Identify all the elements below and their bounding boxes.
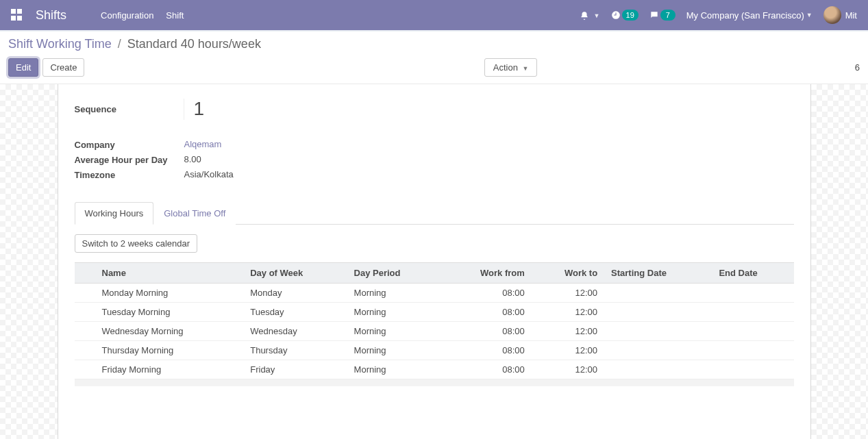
breadcrumb: Shift Working Time / Standard 40 hours/w… (8, 37, 860, 51)
cell-start (604, 340, 712, 360)
working-hours-table: Name Day of Week Day Period Work from Wo… (75, 262, 794, 379)
cell-to: 12:00 (532, 321, 604, 340)
cell-dow: Wednesday (243, 321, 347, 340)
create-button[interactable]: Create (42, 58, 84, 77)
table-row[interactable]: Thursday MorningThursdayMorning08:0012:0… (75, 340, 794, 360)
col-name[interactable]: Name (95, 262, 244, 283)
messaging-count: 7 (660, 10, 675, 21)
cell-name: Friday Morning (95, 360, 244, 379)
cell-start (604, 302, 712, 321)
cell-period: Morning (347, 321, 441, 340)
username: Mit (845, 10, 857, 21)
col-handle (75, 262, 95, 283)
cell-to: 12:00 (532, 302, 604, 321)
drag-handle[interactable] (75, 340, 95, 360)
sequence-value: 1 (184, 98, 205, 120)
drag-handle[interactable] (75, 321, 95, 340)
drag-handle[interactable] (75, 360, 95, 379)
cell-from: 08:00 (441, 283, 532, 302)
chevron-down-icon: ▼ (806, 12, 813, 18)
switch-weeks-button[interactable]: Switch to 2 weeks calendar (75, 234, 198, 253)
notifications-icon[interactable]: ▼ (580, 10, 600, 21)
avg-hour-value: 8.00 (184, 154, 201, 166)
sheet-background: Sequence 1 Company Alqemam Average Hour … (0, 84, 868, 439)
timezone-value: Asia/Kolkata (184, 169, 234, 181)
cell-dow: Thursday (243, 340, 347, 360)
cell-from: 08:00 (441, 340, 532, 360)
cell-to: 12:00 (532, 360, 604, 379)
chevron-down-icon: ▼ (523, 65, 529, 72)
table-row[interactable]: Wednesday MorningWednesdayMorning08:0012… (75, 321, 794, 340)
control-panel: Shift Working Time / Standard 40 hours/w… (0, 32, 868, 84)
table-row[interactable]: Tuesday MorningTuesdayMorning08:0012:00 (75, 302, 794, 321)
cell-from: 08:00 (441, 360, 532, 379)
brand[interactable]: Shifts (36, 8, 66, 23)
cell-end (712, 321, 793, 340)
tab-working-hours[interactable]: Working Hours (75, 202, 154, 225)
drag-handle[interactable] (75, 302, 95, 321)
cell-dow: Tuesday (243, 302, 347, 321)
col-to[interactable]: Work to (532, 262, 604, 283)
table-footer (75, 379, 794, 386)
breadcrumb-parent[interactable]: Shift Working Time (8, 37, 112, 51)
nav-link-configuration[interactable]: Configuration (101, 10, 153, 21)
apps-icon[interactable] (11, 9, 23, 21)
company-field-label: Company (75, 139, 184, 151)
messaging-badge[interactable]: 7 (649, 10, 675, 21)
tab-pane-working-hours: Switch to 2 weeks calendar Name Day of W… (75, 225, 794, 386)
timezone-label: Timezone (75, 169, 184, 181)
cell-start (604, 283, 712, 302)
topbar: Shifts Configuration Shift ▼ 19 7 My Com… (0, 0, 868, 30)
cell-period: Morning (347, 340, 441, 360)
toolbar: Edit Create Action ▼ 6 (8, 58, 860, 77)
cell-dow: Friday (243, 360, 347, 379)
cell-dow: Monday (243, 283, 347, 302)
user-menu[interactable]: Mit (823, 6, 857, 24)
avg-hour-label: Average Hour per Day (75, 154, 184, 166)
form-sheet: Sequence 1 Company Alqemam Average Hour … (58, 84, 811, 439)
cell-end (712, 340, 793, 360)
col-end[interactable]: End Date (712, 262, 793, 283)
activity-count: 19 (622, 10, 638, 21)
breadcrumb-sep: / (118, 37, 121, 51)
cell-end (712, 360, 793, 379)
col-start[interactable]: Starting Date (604, 262, 712, 283)
cell-name: Wednesday Morning (95, 321, 244, 340)
col-from[interactable]: Work from (441, 262, 532, 283)
breadcrumb-current: Standard 40 hours/week (127, 37, 261, 51)
col-dow[interactable]: Day of Week (243, 262, 347, 283)
cell-start (604, 321, 712, 340)
action-dropdown[interactable]: Action ▼ (484, 58, 538, 77)
sequence-label: Sequence (75, 99, 184, 120)
drag-handle[interactable] (75, 283, 95, 302)
cell-end (712, 302, 793, 321)
company-field-value[interactable]: Alqemam (184, 139, 222, 151)
action-label: Action (493, 62, 518, 73)
table-row[interactable]: Friday MorningFridayMorning08:0012:00 (75, 360, 794, 379)
cell-to: 12:00 (532, 340, 604, 360)
activity-badge[interactable]: 19 (611, 10, 638, 21)
cell-name: Monday Morning (95, 283, 244, 302)
cell-from: 08:00 (441, 302, 532, 321)
company-switcher[interactable]: My Company (San Francisco) ▼ (686, 10, 813, 21)
company-label: My Company (San Francisco) (686, 10, 804, 21)
cell-period: Morning (347, 360, 441, 379)
cell-start (604, 360, 712, 379)
cell-from: 08:00 (441, 321, 532, 340)
cell-name: Thursday Morning (95, 340, 244, 360)
nav-link-shift[interactable]: Shift (166, 10, 184, 21)
nav-links: Configuration Shift (101, 10, 184, 21)
table-row[interactable]: Monday MorningMondayMorning08:0012:00 (75, 283, 794, 302)
cell-name: Tuesday Morning (95, 302, 244, 321)
tab-global-time-off[interactable]: Global Time Off (153, 202, 236, 225)
cell-period: Morning (347, 283, 441, 302)
avatar (823, 6, 841, 24)
chevron-down-icon: ▼ (594, 12, 600, 19)
tabs: Working Hours Global Time Off (75, 201, 794, 225)
cell-end (712, 283, 793, 302)
pager[interactable]: 6 (855, 62, 860, 73)
edit-button[interactable]: Edit (8, 58, 38, 77)
col-period[interactable]: Day Period (347, 262, 441, 283)
cell-to: 12:00 (532, 283, 604, 302)
cell-period: Morning (347, 302, 441, 321)
